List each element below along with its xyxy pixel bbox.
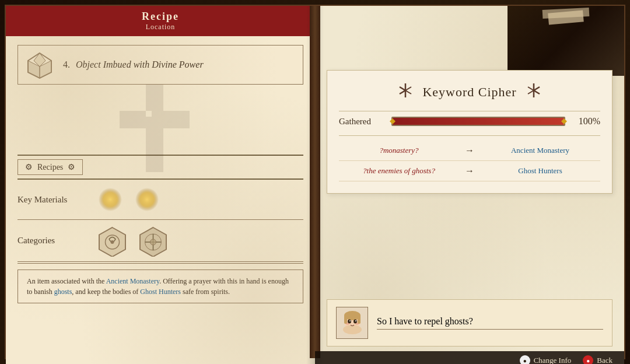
svg-rect-5 [120, 111, 190, 128]
key-materials-row: Key Materials [18, 186, 303, 214]
categories-row: Categories [18, 225, 303, 257]
recipe-subtitle: Location [18, 23, 303, 32]
desc-link-ghosts[interactable]: ghosts [54, 288, 72, 296]
svg-line-19 [400, 90, 405, 94]
cipher-arrow-2: → [465, 166, 474, 176]
svg-line-23 [534, 87, 540, 90]
book-inner: Recipe Location 4. Object Imbued with Di… [5, 5, 625, 359]
cipher-divider-1 [339, 111, 600, 111]
material-item-2 [133, 186, 161, 214]
bottom-bar: ● Change Info ● Back [315, 351, 624, 364]
change-info-label: Change Info [534, 356, 572, 364]
svg-point-11 [111, 240, 114, 244]
svg-point-36 [346, 323, 349, 324]
svg-line-20 [405, 87, 411, 90]
back-btn[interactable]: ● [583, 355, 593, 364]
recipe-header: Recipe Location [6, 6, 315, 36]
material-item-1 [96, 186, 124, 214]
cross-watermark [120, 85, 190, 186]
change-info-btn[interactable]: ● [520, 355, 530, 364]
back-label: Back [597, 356, 612, 364]
category-item-2 [137, 225, 169, 257]
category-item-1 [96, 225, 128, 257]
right-page: Keyword Cipher Gat [315, 6, 624, 364]
cipher-icon-right [526, 82, 542, 102]
cipher-icon-left [397, 82, 414, 102]
change-info-action[interactable]: ● Change Info [520, 355, 572, 364]
svg-line-21 [405, 90, 411, 94]
recipes-label-text: Recipes [37, 163, 63, 172]
cipher-entry-2: ?the enemies of ghosts? → Ghost Hunters [339, 161, 600, 181]
character-avatar [336, 307, 368, 339]
desc-link-ghost-hunters[interactable]: Ghost Hunters [140, 288, 181, 296]
svg-point-33 [354, 319, 357, 323]
recipe-title: Recipe [18, 10, 303, 23]
book-spine [310, 6, 320, 358]
speech-box: So I have to repel ghosts? [327, 299, 612, 346]
progress-fill [393, 118, 564, 125]
cipher-entry-1: ?monastery? → Ancient Monastery [339, 141, 600, 161]
photo-area [508, 6, 624, 76]
categories-label: Categories [18, 236, 88, 246]
desc-link-ancient-monastery[interactable]: Ancient Monastery [106, 277, 160, 285]
cipher-panel: Keyword Cipher Gat [327, 70, 612, 194]
cipher-question-2: ?the enemies of ghosts? [342, 166, 456, 176]
cipher-question-1: ?monastery? [342, 146, 456, 155]
svg-rect-30 [344, 316, 347, 324]
svg-rect-31 [358, 316, 360, 324]
item-entry: 4. Object Imbued with Divine Power [18, 45, 303, 85]
progress-percent: 100% [571, 116, 600, 127]
svg-line-18 [400, 87, 405, 90]
svg-point-37 [355, 323, 359, 324]
svg-point-35 [355, 320, 356, 321]
recipes-label: ⚙ Recipes ⚙ [18, 159, 83, 175]
item-number: 4. [63, 60, 70, 70]
svg-line-24 [534, 90, 540, 94]
progress-bar [391, 117, 565, 126]
svg-point-7 [99, 188, 122, 211]
item-name: Object Imbued with Divine Power [76, 60, 204, 70]
cipher-arrow-1: → [465, 145, 474, 156]
cipher-entries: ?monastery? → Ancient Monastery ?the ene… [339, 141, 600, 181]
back-action[interactable]: ● Back [583, 355, 612, 364]
desc-text-4: safe from spirits. [181, 288, 230, 296]
gathered-row: Gathered 100% [339, 116, 600, 127]
speech-text: So I have to repel ghosts? [377, 316, 603, 330]
book-outer: Recipe Location 4. Object Imbued with Di… [0, 0, 630, 364]
svg-line-25 [528, 87, 534, 90]
recipes-decoration-right: ⚙ [68, 162, 75, 172]
svg-point-8 [135, 188, 159, 211]
cipher-divider-2 [339, 135, 600, 136]
cipher-answer-1: Ancient Monastery [483, 146, 597, 155]
desc-text-3: , and keep the bodies of [72, 288, 140, 296]
description-box: An item associated with the Ancient Mona… [18, 270, 303, 303]
recipes-decoration-left: ⚙ [25, 162, 33, 172]
cipher-title: Keyword Cipher [422, 85, 516, 100]
cipher-title-row: Keyword Cipher [339, 82, 600, 102]
svg-line-26 [528, 90, 534, 94]
svg-point-32 [348, 319, 351, 323]
key-materials-label: Key Materials [18, 195, 88, 205]
speech-content: So I have to repel ghosts? [377, 316, 603, 330]
svg-point-28 [343, 325, 362, 334]
item-icon [25, 50, 54, 79]
svg-point-16 [150, 239, 156, 245]
gathered-label: Gathered [339, 117, 386, 127]
cipher-answer-2: Ghost Hunters [483, 166, 597, 176]
svg-point-34 [349, 320, 351, 321]
svg-rect-6 [146, 111, 152, 117]
desc-text-1: An item associated with the [27, 277, 106, 285]
left-page: Recipe Location 4. Object Imbued with Di… [6, 6, 315, 364]
